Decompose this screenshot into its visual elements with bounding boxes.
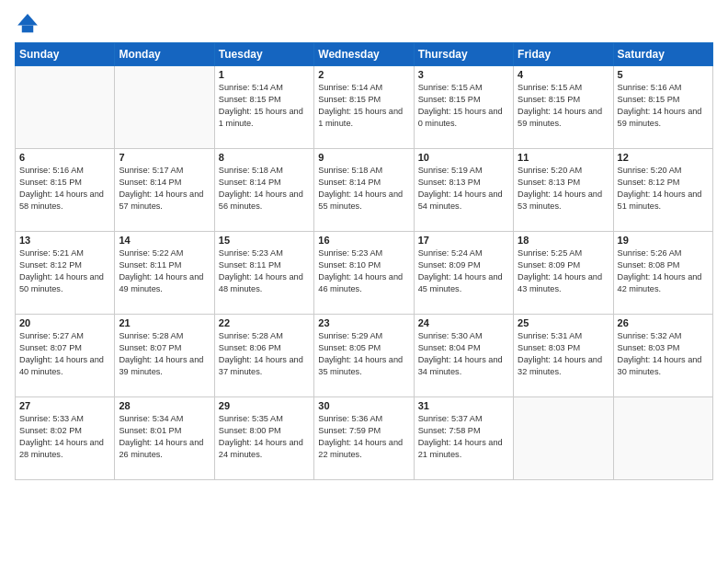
day-number: 21 <box>119 317 210 328</box>
cell-info: Sunrise: 5:17 AM Sunset: 8:14 PM Dayligh… <box>119 165 210 213</box>
cell-info: Sunrise: 5:32 AM Sunset: 8:03 PM Dayligh… <box>618 330 709 378</box>
calendar-cell: 6Sunrise: 5:16 AM Sunset: 8:15 PM Daylig… <box>16 149 115 232</box>
calendar-cell: 15Sunrise: 5:23 AM Sunset: 8:11 PM Dayli… <box>214 232 313 315</box>
day-number: 11 <box>518 152 609 163</box>
cell-info: Sunrise: 5:20 AM Sunset: 8:13 PM Dayligh… <box>518 165 609 213</box>
calendar-cell: 24Sunrise: 5:30 AM Sunset: 8:04 PM Dayli… <box>414 315 513 397</box>
cell-info: Sunrise: 5:21 AM Sunset: 8:12 PM Dayligh… <box>19 247 110 295</box>
cell-info: Sunrise: 5:36 AM Sunset: 7:59 PM Dayligh… <box>318 413 409 461</box>
day-number: 27 <box>19 400 110 411</box>
calendar-cell: 1Sunrise: 5:14 AM Sunset: 8:15 PM Daylig… <box>214 66 313 149</box>
day-number: 22 <box>219 317 310 328</box>
calendar-cell: 11Sunrise: 5:20 AM Sunset: 8:13 PM Dayli… <box>514 149 613 232</box>
day-number: 20 <box>19 317 110 328</box>
cell-info: Sunrise: 5:37 AM Sunset: 7:58 PM Dayligh… <box>418 413 509 461</box>
calendar-cell <box>16 66 115 149</box>
cell-info: Sunrise: 5:20 AM Sunset: 8:12 PM Dayligh… <box>618 165 709 213</box>
calendar-cell <box>115 66 214 149</box>
calendar-cell: 23Sunrise: 5:29 AM Sunset: 8:05 PM Dayli… <box>314 315 414 397</box>
cell-info: Sunrise: 5:27 AM Sunset: 8:07 PM Dayligh… <box>19 330 110 378</box>
calendar-cell <box>613 397 712 480</box>
calendar-cell: 7Sunrise: 5:17 AM Sunset: 8:14 PM Daylig… <box>115 149 214 232</box>
day-number: 16 <box>318 235 409 246</box>
calendar-cell: 9Sunrise: 5:18 AM Sunset: 8:14 PM Daylig… <box>314 149 414 232</box>
page: SundayMondayTuesdayWednesdayThursdayFrid… <box>0 0 728 563</box>
calendar-week-1: 1Sunrise: 5:14 AM Sunset: 8:15 PM Daylig… <box>16 66 713 149</box>
calendar-week-2: 6Sunrise: 5:16 AM Sunset: 8:15 PM Daylig… <box>16 149 713 232</box>
cell-info: Sunrise: 5:18 AM Sunset: 8:14 PM Dayligh… <box>318 165 409 213</box>
calendar-cell: 25Sunrise: 5:31 AM Sunset: 8:03 PM Dayli… <box>514 315 613 397</box>
calendar-cell: 3Sunrise: 5:15 AM Sunset: 8:15 PM Daylig… <box>414 66 513 149</box>
day-number: 19 <box>618 235 709 246</box>
cell-info: Sunrise: 5:28 AM Sunset: 8:07 PM Dayligh… <box>119 330 210 378</box>
day-number: 1 <box>219 69 310 80</box>
calendar-cell: 28Sunrise: 5:34 AM Sunset: 8:01 PM Dayli… <box>115 397 214 480</box>
day-number: 10 <box>418 152 509 163</box>
day-number: 9 <box>318 152 409 163</box>
cell-info: Sunrise: 5:25 AM Sunset: 8:09 PM Dayligh… <box>518 247 609 295</box>
day-number: 12 <box>618 152 709 163</box>
logo <box>15 11 44 37</box>
day-header-tuesday: Tuesday <box>214 43 313 66</box>
cell-info: Sunrise: 5:14 AM Sunset: 8:15 PM Dayligh… <box>318 82 409 130</box>
day-header-wednesday: Wednesday <box>314 43 414 66</box>
calendar-cell: 5Sunrise: 5:16 AM Sunset: 8:15 PM Daylig… <box>613 66 712 149</box>
day-number: 7 <box>119 152 210 163</box>
cell-info: Sunrise: 5:19 AM Sunset: 8:13 PM Dayligh… <box>418 165 509 213</box>
cell-info: Sunrise: 5:15 AM Sunset: 8:15 PM Dayligh… <box>518 82 609 130</box>
day-header-thursday: Thursday <box>414 43 513 66</box>
svg-marker-0 <box>17 14 38 25</box>
day-number: 6 <box>19 152 110 163</box>
calendar-week-5: 27Sunrise: 5:33 AM Sunset: 8:02 PM Dayli… <box>16 397 713 480</box>
day-header-saturday: Saturday <box>613 43 712 66</box>
cell-info: Sunrise: 5:23 AM Sunset: 8:11 PM Dayligh… <box>219 247 310 295</box>
calendar-cell: 4Sunrise: 5:15 AM Sunset: 8:15 PM Daylig… <box>514 66 613 149</box>
cell-info: Sunrise: 5:22 AM Sunset: 8:11 PM Dayligh… <box>119 247 210 295</box>
day-number: 18 <box>518 235 609 246</box>
calendar-cell: 13Sunrise: 5:21 AM Sunset: 8:12 PM Dayli… <box>16 232 115 315</box>
day-number: 23 <box>318 317 409 328</box>
calendar-table: SundayMondayTuesdayWednesdayThursdayFrid… <box>15 42 713 480</box>
calendar-week-4: 20Sunrise: 5:27 AM Sunset: 8:07 PM Dayli… <box>16 315 713 397</box>
cell-info: Sunrise: 5:33 AM Sunset: 8:02 PM Dayligh… <box>19 413 110 461</box>
calendar-header-row: SundayMondayTuesdayWednesdayThursdayFrid… <box>16 43 713 66</box>
calendar-cell: 17Sunrise: 5:24 AM Sunset: 8:09 PM Dayli… <box>414 232 513 315</box>
day-header-monday: Monday <box>115 43 214 66</box>
calendar-cell: 18Sunrise: 5:25 AM Sunset: 8:09 PM Dayli… <box>514 232 613 315</box>
day-number: 8 <box>219 152 310 163</box>
cell-info: Sunrise: 5:30 AM Sunset: 8:04 PM Dayligh… <box>418 330 509 378</box>
day-number: 24 <box>418 317 509 328</box>
day-number: 30 <box>318 400 409 411</box>
cell-info: Sunrise: 5:14 AM Sunset: 8:15 PM Dayligh… <box>219 82 310 130</box>
cell-info: Sunrise: 5:26 AM Sunset: 8:08 PM Dayligh… <box>618 247 709 295</box>
calendar-cell: 10Sunrise: 5:19 AM Sunset: 8:13 PM Dayli… <box>414 149 513 232</box>
day-number: 29 <box>219 400 310 411</box>
cell-info: Sunrise: 5:15 AM Sunset: 8:15 PM Dayligh… <box>418 82 509 130</box>
cell-info: Sunrise: 5:23 AM Sunset: 8:10 PM Dayligh… <box>318 247 409 295</box>
day-number: 25 <box>518 317 609 328</box>
cell-info: Sunrise: 5:24 AM Sunset: 8:09 PM Dayligh… <box>418 247 509 295</box>
calendar-cell: 26Sunrise: 5:32 AM Sunset: 8:03 PM Dayli… <box>613 315 712 397</box>
cell-info: Sunrise: 5:29 AM Sunset: 8:05 PM Dayligh… <box>318 330 409 378</box>
calendar-cell: 2Sunrise: 5:14 AM Sunset: 8:15 PM Daylig… <box>314 66 414 149</box>
day-number: 3 <box>418 69 509 80</box>
cell-info: Sunrise: 5:35 AM Sunset: 8:00 PM Dayligh… <box>219 413 310 461</box>
calendar-cell: 22Sunrise: 5:28 AM Sunset: 8:06 PM Dayli… <box>214 315 313 397</box>
calendar-cell: 12Sunrise: 5:20 AM Sunset: 8:12 PM Dayli… <box>613 149 712 232</box>
day-number: 4 <box>518 69 609 80</box>
calendar-cell: 30Sunrise: 5:36 AM Sunset: 7:59 PM Dayli… <box>314 397 414 480</box>
day-header-friday: Friday <box>514 43 613 66</box>
cell-info: Sunrise: 5:34 AM Sunset: 8:01 PM Dayligh… <box>119 413 210 461</box>
calendar-cell: 8Sunrise: 5:18 AM Sunset: 8:14 PM Daylig… <box>214 149 313 232</box>
cell-info: Sunrise: 5:18 AM Sunset: 8:14 PM Dayligh… <box>219 165 310 213</box>
cell-info: Sunrise: 5:16 AM Sunset: 8:15 PM Dayligh… <box>618 82 709 130</box>
calendar-cell: 29Sunrise: 5:35 AM Sunset: 8:00 PM Dayli… <box>214 397 313 480</box>
cell-info: Sunrise: 5:16 AM Sunset: 8:15 PM Dayligh… <box>19 165 110 213</box>
day-number: 15 <box>219 235 310 246</box>
calendar-cell <box>514 397 613 480</box>
calendar-cell: 21Sunrise: 5:28 AM Sunset: 8:07 PM Dayli… <box>115 315 214 397</box>
cell-info: Sunrise: 5:28 AM Sunset: 8:06 PM Dayligh… <box>219 330 310 378</box>
day-number: 13 <box>19 235 110 246</box>
logo-icon <box>15 11 40 37</box>
day-number: 28 <box>119 400 210 411</box>
